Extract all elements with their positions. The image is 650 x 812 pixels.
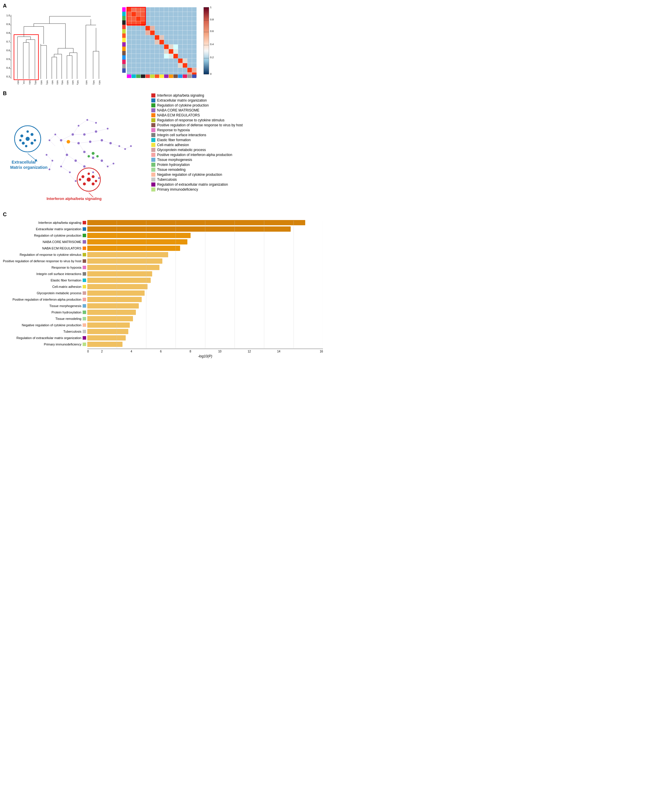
legend-item-label: Regulation of extracellular matrix organ… — [157, 183, 228, 186]
bar-color-swatch — [82, 317, 86, 321]
heatmap-cell — [155, 68, 159, 72]
leaf-label: MEturquoise — [66, 80, 69, 85]
bar-color-swatch — [82, 234, 86, 237]
bar — [87, 233, 191, 238]
svg-point-118 — [95, 122, 97, 124]
heatmap-cell — [155, 26, 159, 31]
svg-point-110 — [118, 145, 120, 147]
bar-color-swatch — [82, 343, 86, 346]
heatmap-cell — [155, 49, 159, 54]
bar — [87, 246, 180, 251]
heatmap-cell — [127, 7, 131, 12]
heatmap-cell — [155, 17, 159, 21]
heatmap-cell — [141, 26, 145, 31]
svg-point-137 — [19, 139, 21, 142]
heatmap-cell — [183, 40, 188, 44]
bar — [87, 239, 188, 244]
svg-point-139 — [25, 145, 27, 147]
heatmap-cell — [131, 54, 136, 58]
svg-line-71 — [84, 131, 96, 134]
panel-c-label: C — [3, 212, 322, 218]
bar-row — [87, 264, 323, 271]
bar-label-text: Tuberculosis — [63, 330, 81, 333]
y-tick: 1.0 — [6, 14, 10, 17]
heatmap-cell — [159, 44, 164, 49]
legend-item-label: Positive regulation of interferon-alpha … — [157, 153, 232, 157]
bar-label-row: Interferon alpha/beta signaling — [3, 220, 86, 226]
svg-line-77 — [96, 129, 108, 131]
bar-row — [87, 271, 323, 277]
svg-point-113 — [92, 171, 94, 173]
heatmap-cell — [173, 49, 178, 54]
bar-label-row: Protein hydroxylation — [3, 309, 86, 316]
heatmap-cell — [164, 44, 169, 49]
legend-item: Elastic fiber formation — [151, 138, 323, 142]
bar-label-row: Positive regulation of defense response … — [3, 258, 86, 264]
legend-item: Tissue remodeling — [151, 168, 323, 172]
legend-item: Tissue morphogenesis — [151, 158, 323, 162]
heatmap-cell — [159, 49, 164, 54]
heatmap-cell — [173, 63, 178, 68]
bar-label-text: Extracellular matrix organization — [36, 227, 81, 231]
svg-line-92 — [70, 175, 76, 181]
bar-rows — [87, 220, 323, 348]
heatmap-cell — [169, 26, 173, 31]
bar — [87, 258, 162, 264]
heatmap-cell — [145, 35, 150, 40]
heatmap-cell — [178, 54, 183, 58]
heatmap-cell — [178, 40, 183, 44]
bar-row — [87, 232, 323, 239]
heatmap-cell — [164, 21, 169, 26]
legend-item-label: Regulation of response to cytokine stimu… — [157, 118, 224, 122]
svg-point-131 — [26, 137, 30, 141]
heatmap-cell — [150, 54, 155, 58]
y-tick: 0.3 — [6, 75, 10, 78]
legend-item-label: Extracellular matrix organization — [157, 98, 207, 102]
svg-point-136 — [26, 130, 29, 133]
bar-label-text: Tissue morphogenesis — [49, 304, 81, 308]
heatmap-cell — [159, 17, 164, 21]
svg-point-134 — [22, 142, 25, 145]
colorbar-tick: 1 — [210, 6, 212, 9]
bar — [87, 297, 142, 302]
x-tick-4: 4 — [117, 350, 146, 353]
heatmap-cell — [150, 26, 155, 31]
heatmap-cell — [127, 17, 131, 21]
svg-point-116 — [78, 125, 79, 127]
interferon-label: Interferon alpha/beta signaling — [47, 197, 102, 201]
row-swatch — [122, 60, 126, 64]
leaf-label: MEblack — [40, 80, 43, 85]
svg-line-68 — [79, 143, 84, 152]
legend-color-swatch — [151, 133, 156, 137]
legend-item: Cell-matrix adhesion — [151, 143, 323, 147]
legend-item-label: Tissue morphogenesis — [157, 158, 192, 162]
svg-point-120 — [113, 163, 114, 165]
heatmap-cell — [188, 12, 192, 17]
svg-line-79 — [84, 166, 93, 172]
heatmap-cell — [155, 12, 159, 17]
bar-label-row: Integrin cell surface interactions — [3, 271, 86, 277]
bar-label-text: Tissue remodeling — [55, 317, 81, 321]
heatmap-cell — [141, 17, 145, 21]
bar-label-row: Negative regulation of cytokine producti… — [3, 322, 86, 328]
heatmap-cell — [188, 68, 192, 72]
heatmap-cell — [141, 63, 145, 68]
svg-point-96 — [72, 133, 74, 136]
bar-chart-plot: 0 2 4 6 8 10 12 14 16 -log10(P) — [87, 220, 323, 358]
heatmap-cell — [155, 44, 159, 49]
heatmap-cell — [136, 12, 141, 17]
heatmap-cell — [178, 7, 183, 12]
bar-row — [87, 296, 323, 303]
bar-color-swatch — [82, 285, 86, 288]
col-swatch — [127, 75, 131, 78]
legend-item: Regulation of cytokine production — [151, 103, 323, 107]
bar-color-swatch — [82, 240, 86, 244]
heatmap-cell — [188, 44, 192, 49]
svg-point-95 — [60, 139, 62, 142]
leaf-label: risk_score — [23, 80, 25, 85]
bar-label-row: NABA CORE MATRISOME — [3, 239, 86, 245]
heatmap-cell — [155, 35, 159, 40]
legend-color-swatch — [151, 103, 156, 107]
legend-item: Extracellular matrix organization — [151, 98, 323, 102]
heatmap-cell — [188, 49, 192, 54]
